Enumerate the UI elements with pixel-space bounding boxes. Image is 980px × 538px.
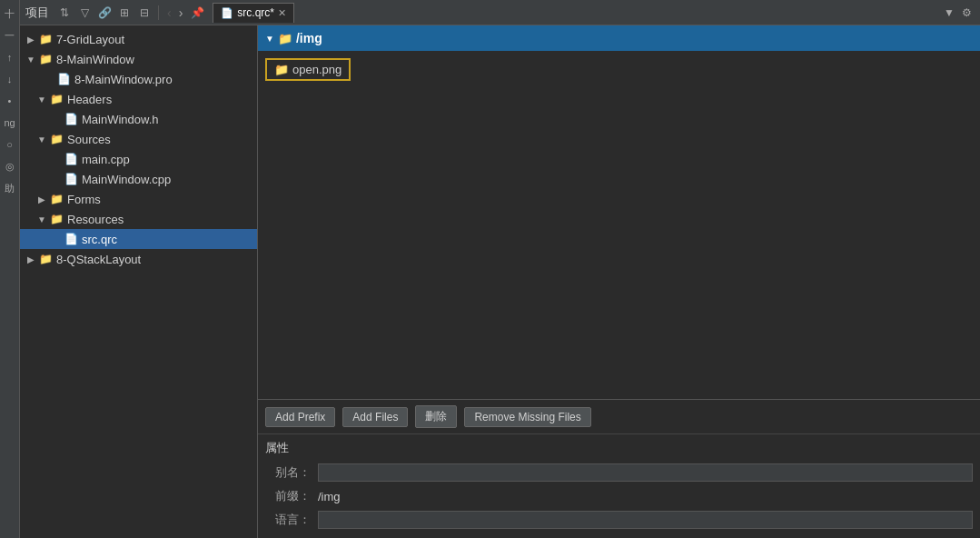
settings-icon[interactable]: ⚙ (958, 5, 975, 21)
tree-label-mainwindow-pro: 8-MainWindow.pro (74, 73, 173, 86)
file-item-open-png[interactable]: 📁 open.png (265, 58, 351, 81)
toolbar-btn-1[interactable]: 十 (0, 4, 20, 24)
toolbar-btn-8[interactable]: ◎ (0, 156, 20, 176)
folder-icon-sources: 📁 (49, 132, 64, 146)
tree-label-8mainwindow: 8-MainWindow (56, 53, 134, 66)
tab-file-icon: 📄 (221, 7, 233, 19)
add-prefix-button[interactable]: Add Prefix (265, 407, 335, 427)
sort-icon[interactable]: ⇅ (56, 5, 73, 21)
file-item-label: open.png (292, 63, 342, 76)
resource-files-area: 📁 open.png (258, 51, 980, 399)
separator (158, 5, 159, 20)
properties-title: 属性 (265, 440, 973, 456)
folder-icon-8mainwindow: 📁 (38, 52, 53, 66)
resource-header-folder-icon: 📁 (278, 32, 292, 45)
prefix-row: 前缀： /img (265, 485, 973, 507)
link-icon[interactable]: 🔗 (96, 5, 113, 21)
tree-label-sources: Sources (67, 133, 111, 146)
file-icon-main-cpp: 📄 (64, 152, 78, 166)
lang-label: 语言： (265, 512, 311, 528)
tree-label-main-cpp: main.cpp (82, 153, 130, 166)
toolbar-btn-5[interactable]: • (0, 91, 20, 111)
toolbar-btn-4[interactable]: ↓ (0, 69, 20, 89)
tab-label: src.qrc* (237, 6, 274, 19)
toolbar-btn-2[interactable]: 一 (0, 25, 20, 45)
project-panel: ▶ 📁 7-GridLayout ▼ 📁 8-MainWindow 📄 8- (20, 25, 258, 538)
tree-item-main-cpp[interactable]: 📄 main.cpp (20, 149, 257, 169)
minus-icon[interactable]: ⊟ (136, 5, 153, 21)
file-icon-mainwindow-h: 📄 (64, 112, 78, 126)
resource-panel: ▼ 📁 /img 📁 open.png Add Prefix Add Files… (258, 25, 980, 538)
nav-forward-btn[interactable]: › (176, 5, 186, 20)
file-icon-src-qrc: 📄 (64, 232, 78, 246)
tree-item-8mainwindow[interactable]: ▼ 📁 8-MainWindow (20, 49, 257, 69)
delete-button[interactable]: 删除 (415, 405, 457, 428)
project-label: 项目 (25, 5, 49, 21)
toolbar-btn-6[interactable]: ng (0, 113, 20, 133)
tree-label-qstacklayout: 8-QStackLayout (56, 253, 141, 266)
tree-arrow-8mainwindow: ▼ (24, 52, 38, 66)
tree-item-sources[interactable]: ▼ 📁 Sources (20, 129, 257, 149)
resource-header: ▼ 📁 /img (258, 25, 980, 51)
dropdown-icon[interactable]: ▼ (944, 6, 955, 19)
folder-icon-headers: 📁 (49, 92, 64, 106)
tree-label-7gridlayout: 7-GridLayout (56, 33, 124, 46)
resource-header-label: /img (296, 31, 322, 45)
tree-label-src-qrc: src.qrc (82, 233, 117, 246)
file-icon-mainwindow-pro: 📄 (56, 72, 71, 86)
resource-header-arrow: ▼ (265, 34, 274, 44)
tree-label-mainwindow-h: MainWindow.h (82, 113, 159, 126)
folder-icon-forms: 📁 (49, 192, 64, 206)
toolbar-btn-9[interactable]: 助 (0, 178, 20, 198)
tree-label-headers: Headers (67, 93, 112, 106)
add-files-button[interactable]: Add Files (342, 407, 408, 427)
top-bar: 项目 ⇅ ▽ 🔗 ⊞ ⊟ ‹ › 📌 📄 src.qrc* ✕ ▼ ⚙ (20, 0, 980, 25)
content-area: ▶ 📁 7-GridLayout ▼ 📁 8-MainWindow 📄 8- (20, 25, 980, 538)
button-bar: Add Prefix Add Files 删除 Remove Missing F… (258, 400, 980, 434)
tree-item-7gridlayout[interactable]: ▶ 📁 7-GridLayout (20, 29, 257, 49)
toolbar-btn-7[interactable]: ○ (0, 134, 20, 154)
folder-icon-qstacklayout: 📁 (38, 252, 53, 266)
folder-icon-resources: 📁 (49, 212, 64, 226)
filter-icon[interactable]: ▽ (76, 5, 93, 21)
tree-item-forms[interactable]: ▶ 📁 Forms (20, 189, 257, 209)
left-toolbar: 十 一 ↑ ↓ • ng ○ ◎ 助 (0, 0, 20, 538)
tree-arrow-resources: ▼ (35, 212, 49, 226)
alias-input[interactable] (318, 463, 973, 482)
tab-area: 📄 src.qrc* ✕ (213, 3, 294, 23)
prefix-value: /img (318, 490, 341, 503)
lang-row: 语言： (265, 509, 973, 531)
toolbar-btn-3[interactable]: ↑ (0, 47, 20, 67)
pin-icon[interactable]: 📌 (189, 5, 205, 21)
top-bar-right: ▼ ⚙ (944, 5, 975, 21)
tree-item-mainwindow-cpp[interactable]: 📄 MainWindow.cpp (20, 169, 257, 189)
bottom-area: Add Prefix Add Files 删除 Remove Missing F… (258, 399, 980, 538)
add-icon[interactable]: ⊞ (116, 5, 133, 21)
prefix-label: 前缀： (265, 488, 311, 504)
tree-arrow-qstacklayout: ▶ (24, 252, 38, 266)
nav-buttons: ‹ › (164, 5, 185, 20)
alias-label: 别名： (265, 464, 311, 481)
tree-item-src-qrc[interactable]: 📄 src.qrc (20, 229, 257, 249)
tree-item-mainwindow-pro[interactable]: 📄 8-MainWindow.pro (20, 69, 257, 89)
lang-input[interactable] (318, 511, 973, 529)
tree-item-mainwindow-h[interactable]: 📄 MainWindow.h (20, 109, 257, 129)
tree-arrow-sources: ▼ (35, 132, 49, 146)
tree-item-resources[interactable]: ▼ 📁 Resources (20, 209, 257, 229)
tree-item-headers[interactable]: ▼ 📁 Headers (20, 89, 257, 109)
properties-area: 属性 别名： 前缀： /img 语言： (258, 434, 980, 538)
tree-arrow-7gridlayout: ▶ (24, 32, 38, 46)
tree-label-forms: Forms (67, 193, 101, 206)
main-layout: 项目 ⇅ ▽ 🔗 ⊞ ⊟ ‹ › 📌 📄 src.qrc* ✕ ▼ ⚙ (20, 0, 980, 538)
tree-container: ▶ 📁 7-GridLayout ▼ 📁 8-MainWindow 📄 8- (20, 25, 257, 538)
tree-item-qstacklayout[interactable]: ▶ 📁 8-QStackLayout (20, 249, 257, 269)
file-item-folder-icon: 📁 (274, 63, 289, 76)
tab-close-icon[interactable]: ✕ (278, 7, 286, 19)
tree-label-mainwindow-cpp: MainWindow.cpp (82, 173, 171, 186)
tab-src-qrc[interactable]: 📄 src.qrc* ✕ (213, 3, 294, 23)
file-icon-mainwindow-cpp: 📄 (64, 172, 78, 186)
tree-arrow-forms: ▶ (35, 192, 49, 206)
remove-missing-button[interactable]: Remove Missing Files (464, 407, 590, 427)
nav-back-btn[interactable]: ‹ (164, 5, 174, 20)
tree-label-resources: Resources (67, 213, 124, 226)
